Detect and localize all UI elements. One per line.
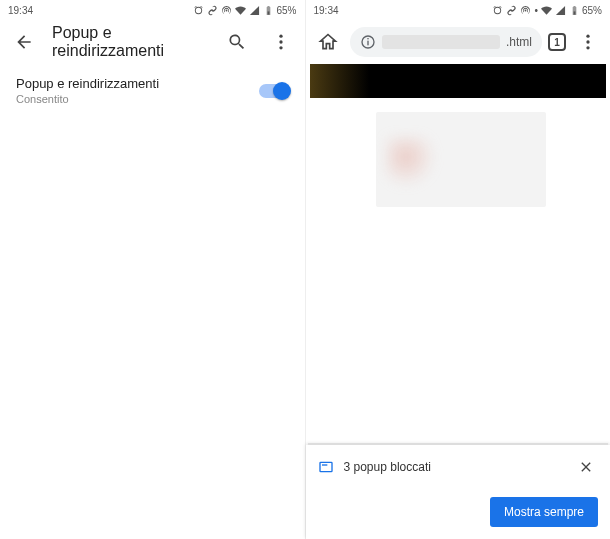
svg-point-0 (279, 35, 282, 38)
alarm-icon (193, 5, 204, 16)
popup-blocked-sheet: 3 popup bloccati Mostra sempre (306, 445, 611, 539)
svg-rect-10 (322, 464, 327, 465)
svg-point-8 (586, 46, 589, 49)
page-header-bar (310, 64, 607, 98)
arrow-back-icon (14, 32, 34, 52)
status-time: 19:34 (314, 5, 339, 16)
vibrate-icon (221, 5, 232, 16)
popup-toggle[interactable] (259, 84, 289, 98)
svg-point-7 (586, 40, 589, 43)
more-vert-icon (578, 32, 598, 52)
browser-screen: 19:34 • 65% .html 1 (306, 0, 611, 539)
status-icons: • (492, 5, 580, 16)
home-icon (318, 32, 338, 52)
svg-rect-9 (320, 462, 332, 471)
wifi-icon (235, 5, 246, 16)
search-button[interactable] (221, 26, 253, 58)
vibrate-icon (520, 5, 531, 16)
wifi-icon (541, 5, 552, 16)
page-image (376, 112, 546, 207)
signal-icon (249, 5, 260, 16)
status-bar-right: 19:34 • 65% (306, 0, 611, 20)
app-bar: Popup e reindirizzamenti (0, 20, 305, 64)
battery-percent: 65% (276, 5, 296, 16)
info-icon (360, 34, 376, 50)
svg-point-2 (279, 46, 282, 49)
link-icon (207, 5, 218, 16)
signal-icon (555, 5, 566, 16)
popup-setting-row: Popup e reindirizzamenti Consentito (0, 64, 305, 117)
svg-point-1 (279, 40, 282, 43)
status-bar-left: 19:34 65% (0, 0, 305, 20)
status-time: 19:34 (8, 5, 33, 16)
battery-icon (263, 5, 274, 16)
url-suffix: .html (506, 35, 532, 49)
browser-overflow-menu[interactable] (572, 26, 604, 58)
search-icon (227, 32, 247, 52)
close-icon (578, 459, 594, 475)
omnibar: .html 1 (306, 20, 611, 64)
tabs-button[interactable]: 1 (548, 33, 566, 51)
popup-blocked-icon (318, 459, 334, 475)
battery-icon (569, 5, 580, 16)
setting-label: Popup e reindirizzamenti (16, 76, 259, 91)
popup-blocked-text: 3 popup bloccati (344, 460, 565, 474)
more-vert-icon (271, 32, 291, 52)
alarm-icon (492, 5, 503, 16)
overflow-menu[interactable] (265, 26, 297, 58)
back-button[interactable] (8, 26, 40, 58)
link-icon (506, 5, 517, 16)
page-title: Popup e reindirizzamenti (52, 24, 209, 60)
battery-percent: 65% (582, 5, 602, 16)
dismiss-button[interactable] (574, 455, 598, 479)
url-bar[interactable]: .html (350, 27, 543, 57)
settings-screen: 19:34 65% Popup e reindirizzamenti Popup… (0, 0, 306, 539)
home-button[interactable] (312, 26, 344, 58)
svg-point-6 (586, 35, 589, 38)
svg-rect-4 (367, 41, 368, 46)
tab-count: 1 (554, 37, 560, 48)
url-redacted (382, 35, 500, 49)
setting-status: Consentito (16, 93, 259, 105)
svg-rect-5 (367, 38, 368, 39)
status-icons (193, 5, 274, 16)
always-show-button[interactable]: Mostra sempre (490, 497, 598, 527)
